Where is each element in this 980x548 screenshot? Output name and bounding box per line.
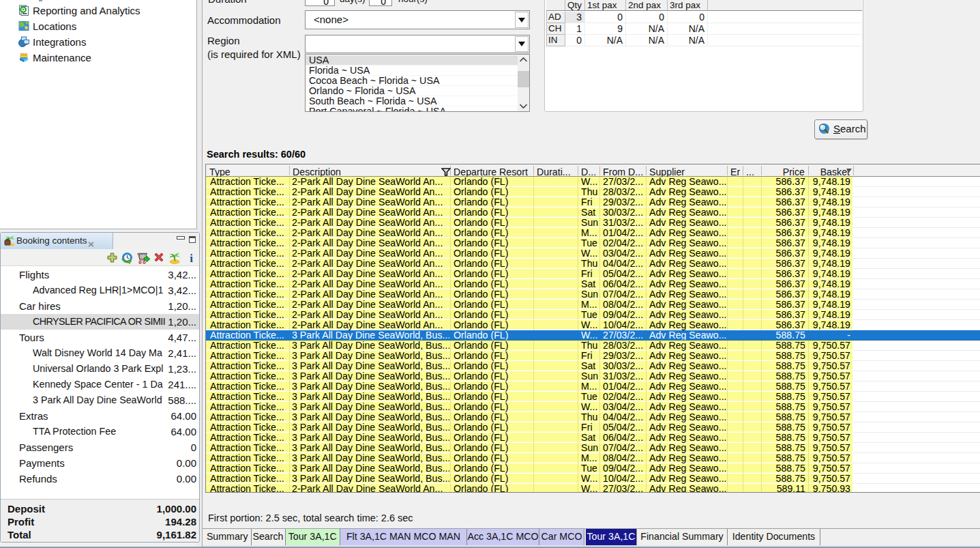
svg-text:i: i: [190, 252, 193, 264]
